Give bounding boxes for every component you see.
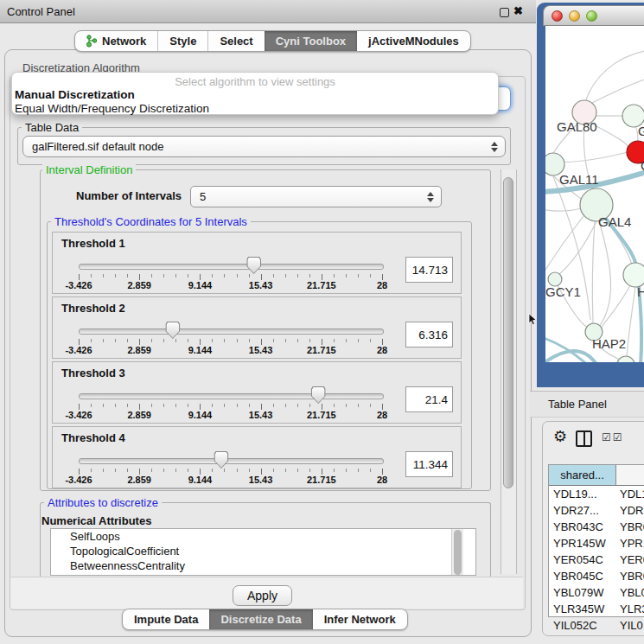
table-cell[interactable]: YLR3: [616, 601, 644, 617]
slider-tick-labels: -3.4262.8599.14415.4321.71528: [53, 410, 461, 420]
table-cell[interactable]: YBL0: [616, 584, 644, 601]
table-cell[interactable]: YDL1: [616, 486, 644, 502]
table-cell[interactable]: YBR0: [616, 519, 644, 535]
threshold-3-label: Threshold 3: [61, 367, 125, 379]
slider-tick-label: 9.144: [188, 345, 213, 355]
attribute-list-item[interactable]: BetweennessCentrality: [51, 558, 475, 573]
network-graph-icon: [86, 35, 97, 48]
tab-jactivemnodules[interactable]: jActiveMNodules: [357, 31, 470, 51]
threshold-4-panel: Threshold 4 -3.4262.8599.14415.4321.7152…: [52, 426, 462, 488]
threshold-4-value-field[interactable]: 11.344: [405, 451, 453, 477]
threshold-2-value-field[interactable]: 6.316: [405, 322, 453, 348]
scrollbar-thumb[interactable]: [503, 177, 513, 488]
table-row[interactable]: YBL079WYBL0: [549, 584, 644, 601]
threshold-3-slider-track[interactable]: [79, 393, 384, 399]
attributes-list-scrollbar[interactable]: [451, 529, 463, 575]
table-cell[interactable]: YDR2: [616, 502, 644, 519]
tab-impute-data[interactable]: Impute Data: [123, 609, 209, 629]
tab-impute-data-label: Impute Data: [134, 613, 198, 626]
threshold-1-slider-handle[interactable]: [246, 257, 261, 274]
float-window-icon[interactable]: [500, 8, 509, 17]
network-view-window[interactable]: GAL80GACGAL11GAL4HGCY1HAP2: [537, 3, 644, 387]
zoom-traffic-light-icon[interactable]: [586, 10, 597, 22]
tab-infer-network[interactable]: Infer Network: [313, 609, 407, 629]
slider-major-ticks: [79, 469, 383, 475]
threshold-3-slider-handle[interactable]: [311, 386, 326, 404]
settings-scrollbar[interactable]: [501, 169, 517, 574]
scrollbar-thumb[interactable]: [454, 530, 462, 575]
threshold-2-slider-track[interactable]: [79, 328, 384, 335]
table-cell[interactable]: YBR043C: [549, 519, 616, 535]
table-row[interactable]: YIL052CYIL0: [549, 617, 644, 634]
tab-style[interactable]: Style: [157, 31, 207, 51]
numerical-attributes-list[interactable]: SelfLoopsTopologicalCoefficientBetweenne…: [50, 528, 476, 576]
table-cell[interactable]: YDR27...: [549, 502, 616, 519]
slider-tick-label: -3.426: [65, 475, 92, 485]
threshold-1-slider-track[interactable]: [79, 264, 384, 270]
popup-option-equal-width-frequency[interactable]: Equal Width/Frequency Discretization: [15, 102, 209, 115]
table-row[interactable]: YLR345WYLR3: [549, 601, 644, 617]
slider-tick-label: 15.43: [249, 410, 273, 420]
table-row[interactable]: YDR27...YDR2: [549, 502, 644, 519]
table-cell[interactable]: YBR0: [616, 568, 644, 584]
table-cell[interactable]: YBL079W: [549, 584, 616, 601]
table-row[interactable]: YDL19...YDL1: [549, 486, 644, 502]
split-table-icon[interactable]: [576, 430, 592, 447]
number-of-intervals-label: Number of Intervals: [76, 189, 182, 202]
minimize-traffic-light-icon[interactable]: [569, 10, 580, 22]
slider-tick-label: -3.426: [65, 410, 92, 420]
node-table: shared... na YDL19...YDL1YDR27...YDR2YBR…: [548, 464, 644, 617]
table-row[interactable]: YBR043CYBR0: [549, 519, 644, 535]
apply-button[interactable]: Apply: [233, 585, 292, 606]
screenshot-root: { "control_panel": { "title": "Control P…: [0, 0, 644, 644]
table-cell[interactable]: YDL19...: [549, 486, 616, 502]
close-traffic-light-icon[interactable]: [552, 10, 563, 22]
control-panel-tabbar: Network Style Select Cyni Toolbox jActiv…: [74, 30, 471, 52]
tab-cyni-toolbox[interactable]: Cyni Toolbox: [265, 31, 357, 51]
table-cell[interactable]: YPR145W: [549, 535, 616, 552]
table-row[interactable]: YBR045CYBR0: [549, 568, 644, 584]
network-node-label: GAL11: [559, 172, 599, 187]
network-node[interactable]: [617, 356, 634, 362]
threshold-2-slider-handle[interactable]: [165, 322, 180, 339]
table-row[interactable]: YPR145WYPR1: [549, 535, 644, 552]
threshold-1-panel: Threshold 1 -3.4262.8599.14415.4321.7152…: [52, 232, 462, 294]
threshold-4-label: Threshold 4: [61, 431, 125, 444]
network-node[interactable]: [623, 263, 644, 287]
threshold-2-label: Threshold 2: [61, 302, 125, 315]
popup-placeholder-option[interactable]: Select algorithm to view settings: [12, 75, 498, 88]
table-cell[interactable]: YIL052C: [549, 617, 616, 634]
attribute-list-item[interactable]: TopologicalCoefficient: [51, 544, 475, 558]
table-cell[interactable]: YLR345W: [549, 601, 616, 617]
network-node-label: GAL80: [557, 119, 597, 134]
popup-option-manual-discretization[interactable]: Manual Discretization: [15, 88, 135, 101]
network-window-titlebar[interactable]: [543, 5, 644, 26]
column-header-name[interactable]: na: [616, 465, 644, 485]
table-cell[interactable]: YPR1: [616, 535, 644, 552]
tab-discretize-data[interactable]: Discretize Data: [209, 609, 312, 629]
number-of-intervals-combobox[interactable]: 5: [190, 186, 442, 207]
threshold-4-slider-handle[interactable]: [214, 451, 228, 469]
table-cell[interactable]: YBR045C: [549, 568, 616, 584]
threshold-4-slider-track[interactable]: [79, 458, 384, 464]
network-canvas[interactable]: GAL80GACGAL11GAL4HGCY1HAP2: [545, 26, 644, 362]
slider-tick-labels: -3.4262.8599.14415.4321.71528: [53, 475, 461, 485]
attribute-list-item[interactable]: SelfLoops: [51, 529, 475, 544]
network-graph: GAL80GACGAL11GAL4HGCY1HAP2: [545, 26, 644, 362]
close-icon[interactable]: ✖: [513, 4, 523, 17]
table-row[interactable]: YER054CYER0: [549, 552, 644, 568]
settings-gear-icon[interactable]: ⚙: [553, 429, 567, 444]
column-header-shared[interactable]: shared...: [549, 465, 616, 485]
slider-tick-label: 2.859: [127, 475, 151, 485]
table-cell[interactable]: YER054C: [549, 552, 616, 568]
table-data-combobox-value: galFiltered.sif default node: [32, 140, 163, 153]
threshold-1-value-field[interactable]: 14.713: [405, 257, 453, 283]
tab-select[interactable]: Select: [207, 31, 264, 51]
slider-tick-label: 9.144: [188, 280, 213, 290]
table-cell[interactable]: YER0: [616, 552, 644, 568]
select-columns-checkboxes-icon[interactable]: ☑☑: [602, 431, 624, 443]
table-cell[interactable]: YIL0: [616, 617, 644, 634]
threshold-3-value-field[interactable]: 21.4: [405, 386, 453, 412]
tab-network[interactable]: Network: [75, 31, 157, 51]
table-data-combobox[interactable]: galFiltered.sif default node: [22, 136, 506, 157]
